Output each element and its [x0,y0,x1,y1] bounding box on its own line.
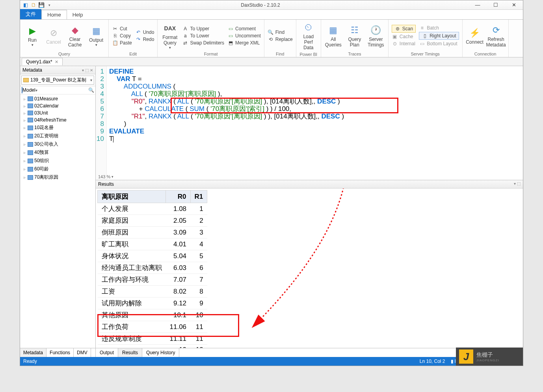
to-lower-button[interactable]: aTo Lower [182,33,224,39]
help-tab[interactable]: Help [67,10,89,19]
output-button[interactable]: ▦Output▾ [86,24,106,48]
table-node[interactable]: ▹30公司收入 [21,140,95,148]
output-rtab[interactable]: Output [96,348,118,357]
comment-button[interactable]: ▭Comment [227,26,261,32]
table-icon [28,134,33,139]
quick-access-toolbar: ◧ 🗋 💾 ▾ [20,2,52,8]
uncomment-button[interactable]: ▭Uncomment [227,33,261,39]
table-row[interactable]: 旷工离职4.014 [98,239,207,250]
swap-delimiters-button[interactable]: ⇄Swap Delimiters [182,40,224,46]
all-queries-button[interactable]: ▦All Queries [324,23,343,48]
qat-dropdown-icon[interactable]: ▾ [46,2,52,8]
status-bar: Ready Ln 10, Col 2 ▮ localhost:63514 ⎘ 1… [20,357,523,366]
database-selector[interactable]: 139_专题_Power BI之某制▾ [21,76,94,85]
cut-button[interactable]: ✂Cut [112,26,132,32]
table-node[interactable]: ▹03Unit [21,109,95,116]
table-icon [28,104,33,108]
undo-button[interactable]: ↶Undo [135,29,154,35]
functions-btab[interactable]: Functions [46,348,74,357]
table-row[interactable]: 工作内容与环境7.077 [98,274,207,286]
table-row[interactable]: 身体状况5.045 [98,250,207,262]
watermark-main: 焦棚子 [476,351,499,359]
table-node[interactable]: ▹50组织 [21,157,95,165]
document-tab[interactable]: Query1.dax*✕ [22,58,63,65]
new-icon[interactable]: 🗋 [30,2,37,8]
server-timings-button[interactable]: 🕐Server Timings [366,23,386,48]
search-icon[interactable]: 🔍 [88,87,94,93]
close-button[interactable]: ✕ [505,0,523,10]
table-row[interactable]: 1313 [98,345,207,348]
table-node[interactable]: ▹02Calendar [21,102,95,109]
batch-toggle[interactable]: ≡Batch [419,25,459,31]
home-tab[interactable]: Home [41,10,67,19]
app-window: ◧ 🗋 💾 ▾ DaxStudio - 2.10.2 — ☐ ✕ 文件 Home… [20,0,523,366]
table-node[interactable]: ▹20工资明细 [21,132,95,140]
find-button[interactable]: 🔍Find [268,29,293,35]
tables-tree[interactable]: ▹01Measure▹02Calendar▹03Unit▹04RefreshTi… [20,94,95,348]
refresh-metadata-button[interactable]: ⟳Refresh Metadata [486,23,506,48]
zoom-level[interactable]: 143 %▾ [98,174,113,179]
cursor-position: Ln 10, Col 2 [420,359,445,364]
to-upper-button[interactable]: ATo Upper [182,26,224,32]
metadata-btab[interactable]: Metadata [20,348,46,357]
table-row[interactable]: 试用期内解除9.129 [98,298,207,309]
table-node[interactable]: ▹04RefreshTime [21,116,95,124]
titlebar: ◧ 🗋 💾 ▾ DaxStudio - 2.10.2 — ☐ ✕ [20,0,523,10]
table-node[interactable]: ▹01Measure [21,95,95,102]
code-area[interactable]: DEFINE VAR T = ADDCOLUMNS ( ALL ( '70离职原… [107,66,523,180]
file-tab[interactable]: 文件 [20,9,41,19]
table-node[interactable]: ▹10花名册 [21,124,95,132]
table-row[interactable]: 倒班原因3.093 [98,227,207,239]
server-timings-group-label: Server Timings [391,51,460,57]
query-plan-button[interactable]: ☷Query Plan [345,23,364,48]
table-icon [28,118,33,122]
table-node[interactable]: ▹40预算 [21,148,95,157]
table-node[interactable]: ▹60司龄 [21,165,95,173]
col-header[interactable]: 离职原因 [98,190,166,203]
clear-cache-button[interactable]: ◆Clear Cache [65,23,85,48]
cancel-button[interactable]: ⊘Cancel [44,26,63,46]
dmv-btab[interactable]: DMV [74,348,91,357]
query-history-rtab[interactable]: Query History [142,348,179,357]
merge-xml-button[interactable]: ⬒Merge XML [227,40,261,46]
table-row[interactable]: 工作负荷11.0611 [98,321,207,333]
minimize-button[interactable]: — [469,0,487,10]
replace-button[interactable]: ⟲Replace [268,36,293,43]
code-editor[interactable]: 12345678910 DEFINE VAR T = ADDCOLUMNS ( … [96,66,523,180]
col-header[interactable]: R0 [166,190,191,203]
traces-group-label: Traces [324,51,386,57]
results-rtab[interactable]: Results [118,348,142,357]
table-icon [28,126,33,130]
close-tab-icon[interactable]: ✕ [55,59,58,65]
paste-button[interactable]: 📋Paste [112,40,132,46]
ribbon: ▶Run▾ ⊘Cancel ◆Clear Cache ▦Output▾ Quer… [20,20,523,57]
line-gutter: 12345678910 [96,66,107,180]
connect-button[interactable]: ⚡Connect [465,26,485,46]
table-row[interactable]: 家庭原因2.052 [98,215,207,227]
bottom-layout-button[interactable]: ▭Bottom Layout [419,41,459,47]
load-perf-button[interactable]: ⏲Load Perf Data [299,20,318,51]
document-tabs: Query1.dax*✕ [20,57,523,66]
table-row[interactable]: 其他原因10.110 [98,309,207,321]
watermark: J 焦棚子 JIAOPENGZI [456,348,523,366]
results-grid[interactable]: 离职原因R0R1个人发展1.081家庭原因2.052倒班原因3.093旷工离职4… [96,189,523,348]
model-selector[interactable]: Model▾ [22,87,87,93]
table-row[interactable]: 工资8.028 [98,286,207,298]
maximize-button[interactable]: ☐ [487,0,505,10]
watermark-logo: J [459,349,473,364]
run-button[interactable]: ▶Run▾ [22,24,42,48]
internal-toggle[interactable]: ⊙Internal [392,41,416,47]
table-node[interactable]: ▹70离职原因 [21,173,95,181]
table-row[interactable]: 违反规章制度11.1111 [98,333,207,345]
copy-button[interactable]: ⎘Copy [112,33,132,39]
format-query-button[interactable]: DAXFormat Query▾ [160,21,180,50]
col-header[interactable]: R1 [190,190,207,203]
status-ready: Ready [23,359,37,364]
table-row[interactable]: 经沟通员工主动离职6.036 [98,262,207,274]
scan-toggle[interactable]: ⊚Scan [392,25,416,33]
save-icon[interactable]: 💾 [38,2,45,8]
right-layout-button[interactable]: ▯Right Layout [419,32,459,40]
table-row[interactable]: 个人发展1.081 [98,203,207,215]
redo-button[interactable]: ↷Redo [135,36,154,43]
cache-toggle[interactable]: ▣Cache [392,33,416,40]
